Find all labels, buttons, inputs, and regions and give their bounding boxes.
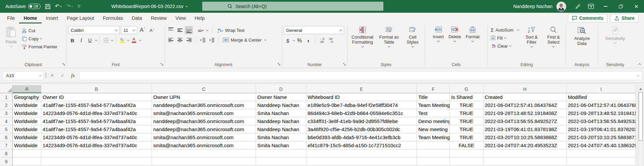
bold-button[interactable]: B [68, 36, 76, 44]
decrease-font-size-button[interactable]: A^ [148, 26, 156, 34]
cell-D3[interactable]: Smita Nachan [256, 109, 306, 117]
cell-A5[interactable]: Worldwide [13, 125, 41, 133]
increase-indent-button[interactable] [208, 36, 216, 44]
column-header-F[interactable]: F [417, 85, 450, 93]
column-header-B[interactable]: B [41, 85, 152, 93]
cell-C5[interactable]: nanddeep@nachan365.onmicrosoft.com [152, 125, 256, 133]
borders-chevron-icon[interactable] [111, 39, 113, 41]
number-dialog-launcher[interactable] [343, 62, 346, 67]
tab-help[interactable]: Help [190, 13, 209, 23]
sensitivity-button[interactable]: Sensitivity [603, 24, 628, 61]
align-center-button[interactable] [176, 36, 184, 44]
cell-E9[interactable] [306, 158, 417, 166]
column-header-I[interactable]: I [567, 85, 636, 93]
alignment-dialog-launcher[interactable] [277, 62, 281, 67]
merge-center-button[interactable]: Merge & Center [221, 36, 268, 44]
cell-A8[interactable] [13, 150, 41, 158]
cell-E7[interactable]: ef41c879-15c5-485d-a150-1c7271510cc2 [306, 142, 417, 150]
cell-A3[interactable]: Worldwide [13, 109, 41, 117]
cell-H1[interactable]: Created [483, 93, 567, 101]
conditional-formatting-button[interactable]: Conditional Formatting [349, 24, 376, 61]
cell-H9[interactable] [483, 158, 567, 166]
column-header-E[interactable]: E [306, 85, 417, 93]
column-header-H[interactable]: H [483, 85, 567, 93]
cell-A4[interactable]: Worldwide [13, 117, 41, 125]
cell-B5[interactable]: 41a8f7ae-1155-4557-9a54-577a4baaf42a [41, 125, 152, 133]
cell-I1[interactable]: Modified [567, 93, 636, 101]
comma-style-button[interactable]: , [304, 37, 312, 45]
cell-H8[interactable] [483, 150, 567, 158]
tab-formulas[interactable]: Formulas [98, 13, 127, 23]
row-header-9[interactable]: 9 [0, 158, 13, 166]
cell-G3[interactable]: TRUE [450, 109, 483, 117]
cell-C8[interactable] [152, 150, 256, 158]
insert-function-button[interactable]: fx [69, 71, 77, 80]
column-header-G[interactable]: G [450, 85, 483, 93]
fill-button[interactable]: Fill [489, 34, 520, 42]
cell-G1[interactable]: Is Shared [450, 93, 483, 101]
accounting-format-button[interactable]: $ [284, 37, 292, 45]
scroll-up-button[interactable] [638, 86, 643, 92]
vertical-scrollbar[interactable] [638, 85, 643, 166]
minimize-button[interactable] [598, 0, 613, 13]
cell-F7[interactable] [417, 142, 450, 150]
cell-F2[interactable]: Team Meeting [417, 101, 450, 109]
cell-F8[interactable] [417, 150, 450, 158]
cell-E4[interactable]: c334ff31-3e8f-41eb-9a9d-2d9557fd8ebe [306, 117, 417, 125]
cell-G4[interactable]: TRUE [450, 117, 483, 125]
wrap-text-button[interactable]: abc Wrap Text [216, 26, 246, 34]
cell-F3[interactable]: Test [417, 109, 450, 117]
percent-style-button[interactable]: % [296, 37, 304, 45]
share-button[interactable]: Share [610, 14, 639, 22]
cell-B3[interactable]: 142234d9-0576-4d1d-8fea-337ed737a40c [41, 109, 152, 117]
cell-E3[interactable]: 86d494c3-68eb-42d9-b664-05584e6c351c [306, 109, 417, 117]
paste-button[interactable]: Paste [2, 24, 20, 61]
cell-A1[interactable]: Geography [13, 93, 41, 101]
tab-file[interactable]: File [3, 13, 19, 23]
cell-H7[interactable]: 2021-04-24T07:44:20.4953523Z [483, 142, 567, 150]
name-box[interactable]: A15 [3, 71, 44, 80]
formula-bar-splitter[interactable] [45, 73, 46, 77]
format-as-table-button[interactable]: Format as Table [376, 24, 402, 61]
format-cells-button[interactable]: Format [463, 24, 482, 61]
cell-B4[interactable]: 41a8f7ae-1155-4557-9a54-577a4baaf42a [41, 117, 152, 125]
cell-E6[interactable]: b6e0d393-afdb-4da5-9716-4e41c3efb3cb [306, 133, 417, 142]
cell-C1[interactable]: Owner UPN [152, 93, 256, 101]
clipboard-dialog-launcher[interactable] [62, 62, 65, 67]
analyze-data-button[interactable]: Analyze Data [568, 24, 596, 61]
font-color-button[interactable]: A [130, 36, 138, 44]
cell-B8[interactable] [41, 150, 152, 158]
row-header-5[interactable]: 5 [0, 125, 13, 133]
row-header-7[interactable]: 7 [0, 142, 13, 150]
cell-G6[interactable]: TRUE [450, 133, 483, 142]
cell-A7[interactable]: Worldwide [13, 142, 41, 150]
scrollbar-thumb[interactable] [639, 92, 643, 141]
orientation-chevron-icon[interactable] [206, 29, 208, 31]
middle-align-button[interactable] [176, 26, 184, 34]
cell-G7[interactable]: FALSE [450, 142, 483, 150]
decrease-indent-button[interactable] [199, 36, 207, 44]
cell-A9[interactable] [13, 158, 41, 166]
cell-G5[interactable]: TRUE [450, 125, 483, 133]
copy-button[interactable]: Copy [20, 35, 59, 43]
undo-chevron-icon[interactable] [60, 5, 62, 7]
tab-page-layout[interactable]: Page Layout [62, 13, 98, 23]
orientation-button[interactable]: ab [197, 26, 205, 34]
cell-styles-button[interactable]: Cell Styles [402, 24, 423, 61]
underline-button[interactable]: U [86, 36, 94, 44]
cell-I5[interactable]: 2021-03-19T06:41:01.8378203 [567, 125, 636, 133]
delete-cells-button[interactable]: Delete [446, 24, 464, 61]
enter-button[interactable]: ✓ [58, 71, 67, 80]
font-dialog-launcher[interactable] [160, 62, 164, 67]
cell-B2[interactable]: 41a8f7ae-1155-4557-9a54-577a4baaf42a [41, 101, 152, 109]
document-title[interactable]: WhiteboardReport-06-03-2022.csv [111, 0, 187, 13]
cell-E5[interactable]: 3a46f920-cf5e-4256-b2db-00b305c002dc [306, 125, 417, 133]
cell-H5[interactable]: 2021-03-19T06:41:01.8378198Z [483, 125, 567, 133]
cell-C4[interactable]: nanddeep@nachan365.onmicrosoft.com [152, 117, 256, 125]
tab-insert[interactable]: Insert [42, 13, 62, 23]
clear-button[interactable]: Clear [489, 42, 520, 50]
close-button[interactable]: × [629, 0, 644, 13]
undo-button[interactable]: ↶ [55, 4, 62, 9]
cell-F6[interactable]: Team Meeting [417, 133, 450, 142]
cell-A6[interactable]: Worldwide [13, 133, 41, 142]
